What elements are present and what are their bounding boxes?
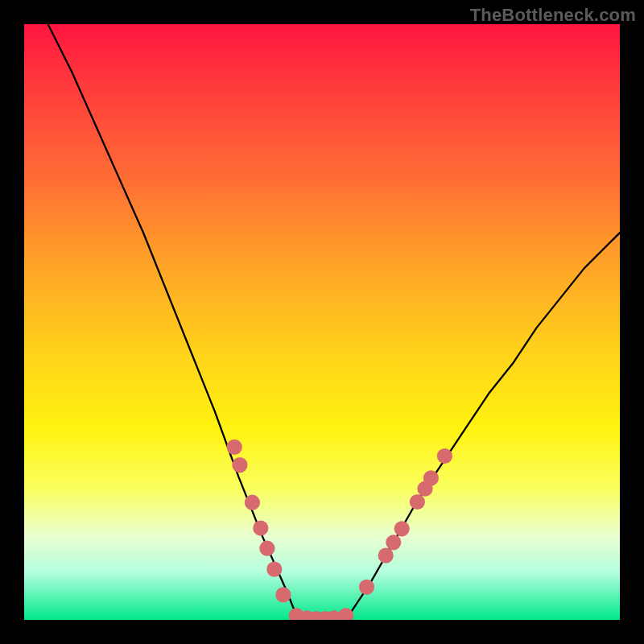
data-marker [275,587,291,602]
chart-frame: TheBottleneck.com [0,0,644,644]
data-marker [423,470,439,485]
data-marker [232,457,247,473]
data-marker [259,541,275,556]
curve-line [48,24,620,620]
data-marker [378,548,394,564]
marker-group [227,440,452,620]
data-marker [437,448,452,464]
data-marker [266,562,282,577]
data-marker [359,580,374,595]
data-marker [410,494,425,510]
data-marker [245,495,260,510]
chart-svg [24,24,620,620]
data-marker [394,521,410,536]
chart-plot-area [24,24,620,620]
watermark-text: TheBottleneck.com [470,5,636,26]
data-marker [227,440,242,455]
data-marker [386,535,401,550]
data-marker [253,520,268,535]
data-marker [338,608,353,620]
